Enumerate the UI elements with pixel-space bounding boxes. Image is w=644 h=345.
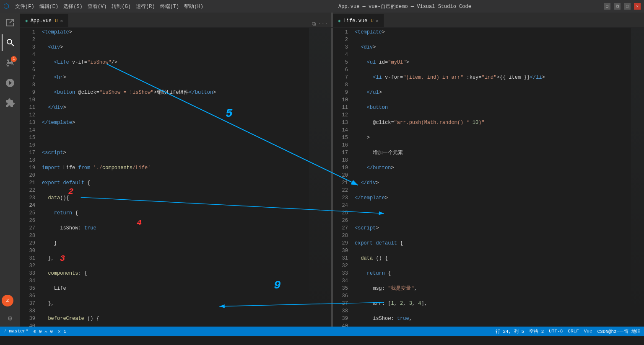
code-line: </div> (42, 104, 306, 111)
code-line: @click="arr.push(Math.random() * 10)" (355, 119, 628, 126)
line-number: 4 (333, 51, 348, 59)
tab-app-vue-close[interactable]: ✕ (60, 18, 63, 23)
code-line: <hr> (42, 74, 306, 81)
window-controls[interactable]: ⊟ ⧉ □ ✕ (604, 3, 641, 10)
errors-warnings[interactable]: ⊗ 0 △ 0 (34, 329, 53, 334)
menu-edit[interactable]: 编辑(E) (37, 3, 61, 10)
line-number: 10 (333, 96, 348, 104)
split-button[interactable]: ⧉ (614, 3, 621, 10)
line-number: 26 (20, 217, 35, 224)
line-number: 38 (333, 307, 348, 315)
line-number: 25 (20, 209, 35, 217)
code-line: }, (42, 300, 306, 307)
eol[interactable]: CRLF (568, 329, 579, 334)
line-number: 40 (20, 322, 35, 327)
line-number: 21 (20, 179, 35, 187)
line-number: 29 (20, 239, 35, 247)
menu-terminal[interactable]: 终端(T) (158, 3, 182, 10)
tab-app-vue[interactable]: ◈ App.vue U ✕ (20, 14, 68, 27)
menu-run[interactable]: 运行(R) (133, 3, 158, 10)
avatar-area: Z ⚙ (2, 295, 18, 327)
line-number: 27 (333, 224, 348, 232)
encoding[interactable]: UTF-8 (549, 329, 563, 334)
code-line: import Life from './components/Life' (42, 164, 306, 172)
code-line: data(){ (42, 194, 306, 202)
line-number: 5 (20, 59, 35, 66)
line-number: 19 (20, 164, 35, 172)
line-number: 16 (333, 142, 348, 149)
line-number: 33 (333, 270, 348, 277)
tab-app-vue-label: App.vue (31, 18, 52, 24)
more-actions-icon[interactable]: ··· (318, 21, 328, 27)
line-number: 27 (20, 224, 35, 232)
line-number: 39 (333, 315, 348, 322)
line-number: 11 (20, 104, 35, 111)
git-branch[interactable]: ⑂ master* (3, 329, 29, 334)
menu-select[interactable]: 选择(S) (61, 3, 85, 10)
code-line: return { (42, 209, 306, 217)
code-line: Life (42, 285, 306, 292)
line-number: 32 (20, 262, 35, 270)
tab-life-vue-modified: U (371, 18, 374, 23)
settings-icon[interactable]: ⚙ (2, 310, 18, 327)
activity-debug[interactable] (2, 75, 18, 91)
code-line: <div> (355, 44, 628, 51)
line-number: 24 (20, 202, 35, 209)
code-line: beforeCreate () { (42, 315, 306, 322)
line-number: 17 (20, 149, 35, 157)
account-info: CSDN@hz-一笛 地理 (597, 328, 641, 335)
left-editor-scroll[interactable]: 1234567891011121314151617181920212223242… (20, 28, 331, 327)
line-number: 35 (20, 285, 35, 292)
code-line: </ul> (355, 89, 628, 96)
line-number: 17 (333, 149, 348, 157)
code-line: <button (355, 104, 628, 111)
code-line: <ul id="myUl"> (355, 59, 628, 66)
line-number: 16 (20, 142, 35, 149)
line-number: 28 (333, 232, 348, 239)
user-avatar[interactable]: Z (2, 295, 13, 306)
code-line: export default { (355, 239, 628, 247)
vscode-icon: ⬡ (3, 2, 9, 10)
right-editor-pane: 1234567891011121314151617181920212223242… (333, 28, 644, 327)
line-number: 8 (333, 81, 348, 89)
minimize-button[interactable]: ⊟ (604, 3, 610, 10)
line-number: 35 (333, 285, 348, 292)
menu-view[interactable]: 查看(V) (85, 3, 109, 10)
tab-vue-icon: ◈ (25, 18, 28, 23)
indentation[interactable]: 空格 2 (529, 328, 544, 335)
code-line: </button> (355, 164, 628, 172)
language-mode[interactable]: Vue (584, 329, 592, 334)
cursor-position[interactable]: 行 24, 列 5 (496, 328, 524, 335)
tab-life-vue[interactable]: ◈ Life.vue U ✕ (333, 14, 384, 27)
titlebar: ⬡ 文件(F) 编辑(E) 选择(S) 查看(V) 转到(G) 运行(R) 终端… (0, 0, 644, 13)
close-button[interactable]: ✕ (634, 3, 641, 10)
right-minimap (631, 28, 644, 327)
right-line-numbers: 1234567891011121314151617181920212223242… (333, 28, 351, 327)
line-number: 34 (20, 277, 35, 285)
split-editor-icon[interactable]: ⧉ (312, 21, 316, 27)
menu-file[interactable]: 文件(F) (13, 3, 37, 10)
line-number: 23 (333, 194, 348, 202)
right-editor-scroll[interactable]: 1234567891011121314151617181920212223242… (333, 28, 644, 327)
warnings-count[interactable]: ✕ 1 (58, 329, 66, 334)
main-area: 1 Z ⚙ ◈ App.vue U ✕ ⧉ (0, 13, 644, 327)
right-code-content: <template> <div> <ul id="myUl"> <li v-fo… (351, 28, 631, 327)
code-line: <li v-for="(item, ind) in arr" :key="ind… (355, 74, 628, 81)
line-number: 13 (333, 119, 348, 126)
menu-help[interactable]: 帮助(H) (182, 3, 206, 10)
maximize-button[interactable]: □ (624, 3, 631, 10)
code-line: export default { (42, 179, 306, 187)
code-line: </div> (355, 179, 628, 187)
line-number: 2 (333, 36, 348, 44)
tab-life-vue-close[interactable]: ✕ (376, 18, 379, 23)
activity-scm[interactable]: 1 (2, 54, 18, 71)
menu-goto[interactable]: 转到(G) (109, 3, 133, 10)
line-number: 20 (20, 172, 35, 179)
activity-extensions[interactable] (2, 95, 18, 111)
activity-search[interactable] (2, 34, 18, 51)
activity-explorer[interactable] (2, 14, 18, 31)
right-tab-bar: ◈ Life.vue U ✕ (333, 13, 644, 27)
line-number: 10 (20, 96, 35, 104)
line-number: 40 (333, 322, 348, 327)
line-number: 30 (333, 247, 348, 255)
